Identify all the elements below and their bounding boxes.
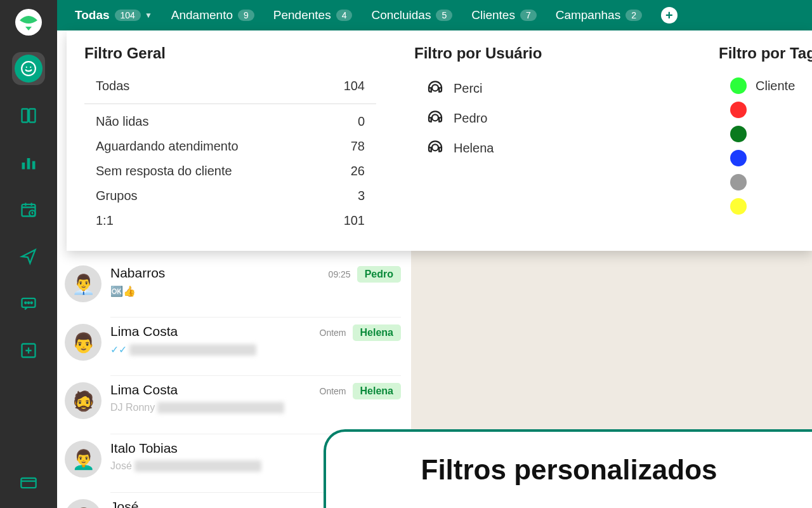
tab-clientes[interactable]: Clientes 7 xyxy=(471,8,536,22)
avatar: 👨 xyxy=(65,324,102,361)
sidebar-rail xyxy=(0,0,57,508)
filter-tag-row[interactable] xyxy=(719,122,812,146)
filter-general-row[interactable]: Aguardando atendimento78 xyxy=(84,134,376,159)
svg-point-17 xyxy=(432,144,438,150)
nav-send[interactable] xyxy=(12,240,45,273)
filter-general-row[interactable]: Não lidas0 xyxy=(84,109,376,134)
svg-point-15 xyxy=(432,84,438,91)
filter-user-row[interactable]: Pedro xyxy=(414,104,681,133)
tab-badge: 9 xyxy=(238,10,254,21)
filter-user-title: Filtro por Usuário xyxy=(414,44,681,62)
nav-stats[interactable] xyxy=(12,146,45,179)
chat-name: Lima Costa xyxy=(110,324,320,339)
nav-calendar[interactable] xyxy=(12,193,45,226)
filter-tag-row[interactable] xyxy=(719,194,812,218)
filter-row-label: 1:1 xyxy=(96,213,114,228)
tag-color-dot xyxy=(730,77,747,94)
chat-sub: José xyxy=(110,460,132,472)
tab-andamento[interactable]: Andamento 9 xyxy=(171,8,254,22)
svg-point-12 xyxy=(31,302,32,304)
chat-agent-tag: Helena xyxy=(353,324,401,341)
nav-messages[interactable] xyxy=(12,287,45,320)
filter-user-row[interactable]: Perci xyxy=(414,74,681,104)
filter-tag-title: Filtro por Tag xyxy=(719,44,812,62)
filter-row-value: 78 xyxy=(351,139,365,154)
filter-tag-row[interactable] xyxy=(719,98,812,122)
filter-row-value: 0 xyxy=(358,114,365,129)
filter-row-label: Não lidas xyxy=(96,114,148,129)
tab-pendentes[interactable]: Pendentes 4 xyxy=(273,8,353,22)
chat-preview-icons: 🆗👍 xyxy=(110,285,136,297)
user-name: Perci xyxy=(454,81,483,96)
filter-tag-row[interactable] xyxy=(719,170,812,194)
top-tabs: Todas 104 ▼ Andamento 9 Pendentes 4 Conc… xyxy=(57,0,812,30)
chat-row[interactable]: 👨Lima CostaOntemHelena✓✓ xyxy=(57,318,411,376)
tag-color-dot xyxy=(730,102,747,118)
nav-chats[interactable] xyxy=(12,52,45,85)
svg-point-11 xyxy=(28,302,29,304)
chat-preview: 🆗👍 xyxy=(110,285,401,297)
svg-rect-6 xyxy=(32,161,36,170)
tab-label: Clientes xyxy=(471,8,515,22)
app-logo xyxy=(13,6,44,38)
svg-rect-5 xyxy=(27,158,30,170)
filter-row-label: Sem resposta do cliente xyxy=(96,164,232,178)
nav-billing[interactable] xyxy=(12,466,45,499)
add-tab-button[interactable]: + xyxy=(661,7,678,23)
filter-tag-row[interactable] xyxy=(719,146,812,170)
filter-row-value: 26 xyxy=(351,164,365,178)
filter-row-label: Aguardando atendimento xyxy=(96,139,239,154)
user-name: Pedro xyxy=(454,111,487,126)
filter-general-row[interactable]: Sem resposta do cliente26 xyxy=(84,159,376,184)
filter-general-row[interactable]: Todas104 xyxy=(84,74,376,104)
filter-tag-column: Filtro por Tag Cliente xyxy=(719,44,812,233)
nav-contacts[interactable] xyxy=(12,99,45,132)
chat-row[interactable]: 👨‍💼Nabarros09:25Pedro🆗👍 xyxy=(57,259,411,318)
user-name: Helena xyxy=(454,141,494,156)
svg-rect-14 xyxy=(21,478,36,488)
tag-color-dot xyxy=(730,174,747,190)
headset-icon xyxy=(426,77,445,100)
avatar: 👨‍🦱 xyxy=(65,441,102,478)
chat-time: Ontem xyxy=(320,386,346,396)
tab-badge: 2 xyxy=(625,10,642,21)
tab-badge: 104 xyxy=(115,10,141,21)
svg-rect-2 xyxy=(22,109,28,123)
chat-body: Lima CostaOntemHelena✓✓ xyxy=(110,324,401,376)
promo-card: Filtros personalizados xyxy=(324,429,812,508)
filter-user-row[interactable]: Helena xyxy=(414,133,681,163)
tab-badge: 5 xyxy=(436,10,452,21)
filter-general-row[interactable]: 1:1101 xyxy=(84,208,376,233)
tab-badge: 7 xyxy=(520,10,537,21)
chat-row[interactable]: 🧔Lima CostaOntemHelenaDJ Ronny xyxy=(57,376,411,434)
tab-todas[interactable]: Todas 104 ▼ xyxy=(75,8,152,22)
tab-label: Campanhas xyxy=(556,8,620,22)
filter-dropdown: Filtro Geral Todas104Não lidas0Aguardand… xyxy=(67,30,812,251)
chat-preview: DJ Ronny xyxy=(110,402,401,413)
filter-tag-row[interactable]: Cliente xyxy=(719,74,812,98)
svg-rect-4 xyxy=(22,163,25,170)
filter-row-label: Todas xyxy=(96,79,129,93)
headset-icon xyxy=(426,107,445,130)
chat-name: Lima Costa xyxy=(110,382,320,398)
filter-general-title: Filtro Geral xyxy=(84,44,376,62)
caret-down-icon: ▼ xyxy=(145,11,152,20)
tag-color-dot xyxy=(730,198,747,215)
filter-general-row[interactable]: Grupos3 xyxy=(84,184,376,208)
chat-name: Italo Tobias xyxy=(110,441,345,456)
svg-point-10 xyxy=(25,302,26,304)
chat-body: Lima CostaOntemHelenaDJ Ronny xyxy=(110,382,401,434)
chat-sub: DJ Ronny xyxy=(110,402,155,413)
svg-point-16 xyxy=(432,114,438,121)
filter-row-value: 101 xyxy=(344,213,365,228)
tag-color-dot xyxy=(730,150,747,166)
chat-name: Nabarros xyxy=(110,265,329,281)
tag-color-dot xyxy=(730,126,747,142)
tab-campanhas[interactable]: Campanhas 2 xyxy=(556,8,642,22)
tab-concluidas[interactable]: Concluidas 5 xyxy=(371,8,452,22)
tab-label: Concluidas xyxy=(371,8,431,22)
svg-rect-3 xyxy=(29,109,35,123)
blurred-text xyxy=(157,402,284,413)
filter-row-value: 104 xyxy=(344,79,365,93)
nav-add[interactable] xyxy=(12,334,45,367)
